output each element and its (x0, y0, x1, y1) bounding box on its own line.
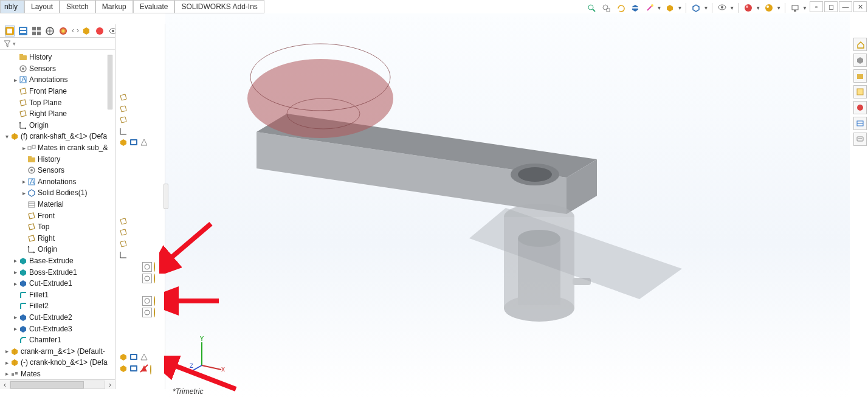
scroll-right-icon[interactable]: › (105, 381, 115, 389)
tree-item[interactable]: Origin (0, 120, 115, 131)
panel-chevron-right-icon[interactable]: › (77, 26, 79, 36)
eye-icon[interactable] (154, 263, 155, 271)
taskpane-appearances-icon[interactable] (853, 101, 867, 114)
display-state-row[interactable] (142, 296, 155, 306)
tab-addins[interactable]: SOLIDWORKS Add-Ins (174, 0, 264, 13)
body-box-icon[interactable] (142, 296, 152, 306)
tree-item[interactable]: ▸Cut-Extrude3 (0, 323, 115, 334)
display-state-row[interactable] (119, 228, 128, 238)
appearance-button[interactable] (742, 2, 754, 13)
win-min-icon[interactable]: — (839, 1, 852, 12)
tree-item[interactable]: Sensors (0, 63, 115, 75)
tree-item[interactable]: ▸crank-arm_&<1> (Default- (0, 345, 115, 357)
body-box-icon[interactable] (142, 262, 152, 272)
display-style-dropdown-icon[interactable]: ▼ (703, 5, 708, 11)
tab-displaymanager-icon[interactable] (58, 26, 68, 36)
view-triad[interactable]: Y x z (190, 336, 226, 373)
tree-item[interactable]: Top (0, 221, 115, 233)
tree-item[interactable]: ▸Mates in crank sub_& (0, 142, 115, 154)
tree-item[interactable]: Fillet2 (0, 300, 115, 312)
graphics-viewport[interactable]: Y x z *Trimetric (165, 13, 850, 397)
prev-view-button[interactable] (615, 2, 627, 13)
display-state-row[interactable] (119, 138, 148, 148)
panel-part-icon[interactable] (81, 26, 91, 36)
view-settings-button[interactable] (789, 2, 801, 13)
tree-item[interactable]: Origin (0, 244, 115, 255)
dynamic-button[interactable] (644, 2, 656, 13)
tree-item[interactable]: ▸Solid Bodies(1) (0, 187, 115, 199)
win-close-icon[interactable]: ✕ (853, 1, 867, 12)
disp-sm-icon[interactable] (129, 353, 138, 363)
display-state-row[interactable] (119, 116, 128, 126)
tree-item[interactable]: ▸Boss-Extrude1 (0, 266, 115, 278)
display-state-row[interactable] (119, 127, 128, 137)
tree-item[interactable]: ▸(-) crank-knob_&<1> (Defa (0, 357, 115, 368)
origin-sm-icon[interactable] (119, 127, 128, 137)
taskpane-custom-props-icon[interactable] (853, 117, 867, 130)
view-settings-dropdown-icon[interactable]: ▼ (802, 5, 807, 11)
display-state-row[interactable] (142, 262, 155, 272)
tree-item[interactable]: ▸Cut-Extrude2 (0, 312, 115, 323)
view-orient-dropdown-icon[interactable]: ▼ (677, 5, 682, 11)
panel-vscroll-thumb[interactable] (108, 55, 112, 109)
plane-sm-icon[interactable] (119, 217, 128, 227)
plane-sm-icon[interactable] (119, 240, 128, 250)
taskpane-home-icon[interactable] (853, 38, 867, 51)
view-orient-button[interactable] (664, 2, 676, 13)
zoom-area-button[interactable] (600, 2, 612, 13)
expand-toggle-icon[interactable]: ▸ (4, 348, 10, 354)
expand-toggle-icon[interactable]: ▸ (12, 280, 18, 287)
tree-item[interactable]: Sensors (0, 165, 115, 176)
tree-item[interactable]: Right (0, 233, 115, 244)
expand-toggle-icon[interactable]: ▸ (21, 190, 27, 196)
taskpane-forum-icon[interactable] (853, 133, 867, 146)
tree-item[interactable]: Material (0, 199, 115, 210)
tab-featuremanager-icon[interactable] (5, 26, 15, 36)
scroll-left-icon[interactable]: ‹ (0, 381, 10, 389)
hide-show-dropdown-icon[interactable]: ▼ (729, 5, 734, 11)
expand-toggle-icon[interactable]: ▸ (4, 359, 10, 366)
scene-button[interactable] (763, 2, 775, 13)
taskpane-view-palette-icon[interactable] (853, 85, 867, 98)
redtri-icon[interactable] (140, 364, 148, 375)
tree-item[interactable]: ▸Mates (0, 368, 115, 378)
tree-item[interactable]: ▸AAnnotations (0, 74, 115, 86)
section-button[interactable] (629, 2, 641, 13)
tab-markup[interactable]: Markup (95, 0, 133, 13)
expand-toggle-icon[interactable]: ▸ (12, 314, 18, 320)
plane-sm-icon[interactable] (119, 116, 128, 126)
tri-sm-icon[interactable] (140, 138, 148, 148)
tree-item[interactable]: Top Plane (0, 97, 115, 108)
display-state-row[interactable] (142, 274, 155, 283)
hide-show-button[interactable] (716, 2, 728, 13)
plane-sm-icon[interactable] (119, 93, 128, 103)
expand-toggle-icon[interactable]: ▸ (12, 325, 18, 332)
tree-item[interactable]: Front (0, 210, 115, 221)
panel-hscroll[interactable]: ‹ › (0, 379, 115, 389)
tree-item[interactable]: ▸Base-Extrude (0, 255, 115, 267)
origin-sm-icon[interactable] (119, 250, 128, 261)
expand-toggle-icon[interactable]: ▸ (12, 269, 18, 275)
tab-sketch[interactable]: Sketch (60, 0, 95, 13)
expand-toggle-icon[interactable]: ▸ (21, 145, 27, 151)
eye-icon[interactable] (154, 274, 155, 283)
display-state-row[interactable] (119, 240, 128, 250)
eye-icon[interactable] (150, 365, 151, 374)
eye-icon[interactable] (154, 308, 155, 317)
disp-sm-icon[interactable] (129, 138, 138, 148)
feature-tree[interactable]: HistorySensors▸AAnnotationsFront PlaneTo… (0, 52, 115, 378)
plane-sm-icon[interactable] (119, 228, 128, 238)
scroll-thumb[interactable] (10, 381, 84, 388)
tab-layout[interactable]: Layout (24, 0, 60, 13)
plane-sm-icon[interactable] (119, 105, 128, 115)
zoom-fit-button[interactable] (585, 2, 598, 13)
taskpane-file-explorer-icon[interactable] (853, 69, 867, 83)
display-state-row[interactable] (142, 308, 155, 317)
tree-item[interactable]: ▾(f) crank-shaft_&<1> (Defa (0, 131, 115, 142)
display-state-row[interactable] (119, 364, 151, 375)
asm-sm-icon[interactable] (119, 353, 128, 363)
appearance-dropdown-icon[interactable]: ▼ (756, 5, 760, 11)
tree-item[interactable]: History (0, 52, 115, 63)
display-state-row[interactable] (119, 353, 148, 363)
expand-toggle-icon[interactable]: ▾ (4, 133, 10, 140)
